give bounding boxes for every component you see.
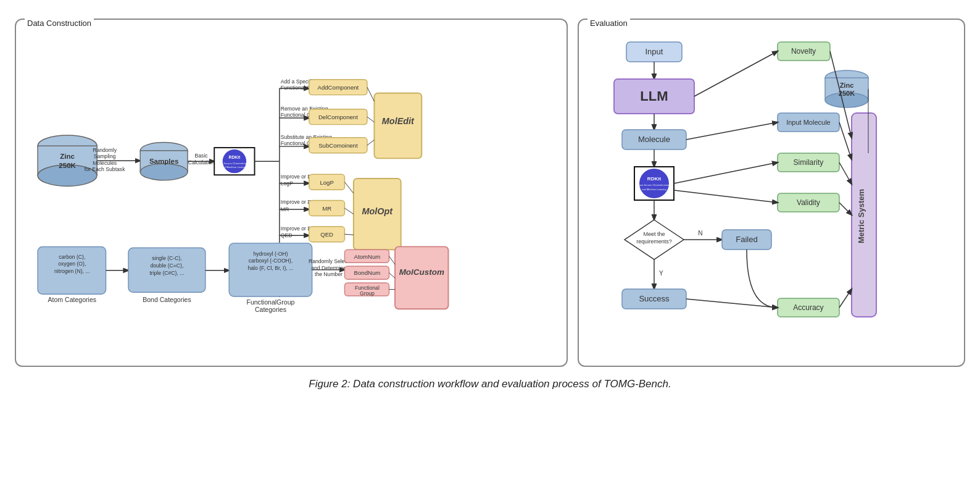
rdkit2-sub2: and Machine Learning bbox=[642, 188, 666, 191]
input-label: Input bbox=[646, 47, 663, 56]
bond-cat-text3: triple (C#C), ... bbox=[149, 270, 184, 276]
novelty-label: Novelty bbox=[791, 47, 816, 56]
molecule-label: Molecule bbox=[638, 135, 670, 144]
figure-caption: Figure 2: Data construction workflow and… bbox=[309, 378, 671, 390]
evaluation-panel: Evaluation Input LLM bbox=[578, 19, 965, 367]
main-container: Data Construction Zinc 250K Randomly Sam… bbox=[15, 19, 965, 367]
rdkit-sub1: Open-Source Cheminformatics bbox=[216, 162, 252, 165]
diamond-text1: Meet the bbox=[644, 231, 665, 237]
right-svg: Input LLM Molecule RDKit Open-Source Che… bbox=[588, 30, 955, 357]
randomly-sampling-label: Randomly bbox=[93, 147, 117, 153]
svg-line-29 bbox=[344, 182, 353, 193]
addcomponent-label: AddComponent bbox=[318, 84, 359, 91]
zinc-250k-label: 250K bbox=[59, 162, 76, 169]
atom-categories-label: Atom Categories bbox=[48, 296, 97, 303]
funcgroup-box-label: Functional bbox=[355, 285, 380, 291]
fg-categories-label: FunctionalGroup bbox=[246, 298, 294, 306]
svg-line-21 bbox=[367, 140, 375, 146]
svg-line-72 bbox=[839, 203, 852, 215]
rdkit2-sub1: Open-Source Cheminformatics bbox=[637, 183, 671, 187]
bond-cat-text2: double (C=C), bbox=[150, 262, 183, 269]
qed-box-label: QED bbox=[320, 231, 333, 238]
svg-line-19 bbox=[367, 87, 375, 101]
mr-label-desc2: MR bbox=[281, 206, 289, 212]
rdkit-text: RDKit bbox=[229, 155, 241, 159]
fg-cat-text1: hydroxyl (-OH) bbox=[253, 251, 288, 257]
bond-cat-text1: single (C-C), bbox=[152, 255, 181, 261]
svg-line-42 bbox=[389, 256, 395, 264]
basic-calc-label: Basic bbox=[195, 153, 209, 159]
left-svg: Zinc 250K Randomly Sampling Molecules fo… bbox=[25, 30, 558, 357]
similarity-label: Similarity bbox=[794, 158, 824, 167]
no-label: N bbox=[698, 230, 702, 237]
svg-line-77 bbox=[674, 190, 778, 203]
success-label: Success bbox=[639, 294, 670, 303]
atom-cat-text1: carbon (C), bbox=[59, 254, 85, 260]
bondnum-label: BondNum bbox=[354, 269, 381, 276]
left-panel-title: Data Construction bbox=[25, 19, 94, 28]
rdkit-sub2: and Machine Learning bbox=[222, 166, 248, 169]
svg-line-70 bbox=[839, 122, 852, 159]
validity-label: Validity bbox=[797, 198, 820, 207]
rdkit2-text: RDKit bbox=[647, 176, 662, 182]
zinc-label: Zinc bbox=[60, 153, 75, 160]
input-molecule-label: Input Molecule bbox=[786, 119, 831, 126]
molopt-label: MolOpt bbox=[362, 206, 393, 216]
logp-label-desc2: LogP bbox=[281, 180, 293, 187]
molcustom-label: MolCustom bbox=[399, 267, 444, 277]
molecules-label: Molecules bbox=[93, 160, 117, 166]
mr-box-label: MR bbox=[322, 205, 331, 212]
samples-label: Samples bbox=[149, 158, 178, 165]
bond-categories-label: Bond Categories bbox=[143, 296, 191, 303]
subcomponent-label: SubComoinent bbox=[318, 142, 358, 149]
svg-line-71 bbox=[839, 162, 852, 184]
data-construction-panel: Data Construction Zinc 250K Randomly Sam… bbox=[15, 19, 568, 367]
llm-label: LLM bbox=[640, 88, 668, 104]
svg-line-73 bbox=[839, 289, 852, 308]
atomnum-label: AtomNum bbox=[354, 253, 381, 260]
delcomponent-label: DelComponent bbox=[318, 114, 358, 120]
svg-rect-41 bbox=[395, 246, 448, 309]
left-diagram: Zinc 250K Randomly Sampling Molecules fo… bbox=[25, 30, 558, 357]
right-diagram: Input LLM Molecule RDKit Open-Source Che… bbox=[588, 30, 955, 357]
the-number-label: the Number bbox=[315, 271, 343, 277]
svg-line-20 bbox=[367, 117, 375, 122]
failed-label: Failed bbox=[736, 235, 757, 244]
moledit-label: MolEdit bbox=[382, 116, 415, 126]
svg-line-75 bbox=[686, 122, 778, 140]
svg-line-74 bbox=[694, 51, 778, 96]
randomly-select-label: Randomly Select bbox=[309, 258, 349, 264]
accuracy-label: Accuracy bbox=[793, 303, 823, 312]
sampling-molecules-label: Sampling bbox=[94, 153, 116, 159]
right-panel-title: Evaluation bbox=[588, 19, 630, 28]
atom-cat-text3: nitrogen (N), ... bbox=[54, 268, 90, 274]
fg-cat-text3: halo (F, Cl, Br, I), ... bbox=[248, 265, 294, 271]
determine-label: and Determine bbox=[311, 265, 346, 271]
atom-cat-text2: oxygen (O), bbox=[58, 261, 86, 267]
funcgroup-box-label2: Group bbox=[360, 290, 375, 296]
for-each-label: for Each Subtask bbox=[85, 166, 125, 172]
svg-line-30 bbox=[344, 208, 353, 214]
diamond-text2: requirements? bbox=[636, 238, 672, 245]
svg-point-6 bbox=[140, 164, 188, 180]
fg-cat-text2: carboxyl (-COOH), bbox=[249, 258, 293, 264]
yes-label: Y bbox=[659, 270, 663, 277]
fg-categories-label2: Categories bbox=[255, 306, 286, 313]
metric-system-label: Metric System bbox=[857, 189, 866, 243]
svg-line-43 bbox=[389, 273, 395, 279]
qed-label-desc2: QED bbox=[281, 232, 293, 238]
zinc2-label: Zinc bbox=[840, 82, 854, 89]
logp-box-label: LogP bbox=[320, 179, 333, 186]
svg-line-76 bbox=[674, 162, 778, 183]
calculation-label: Calculation bbox=[188, 159, 215, 166]
svg-line-31 bbox=[344, 234, 353, 235]
